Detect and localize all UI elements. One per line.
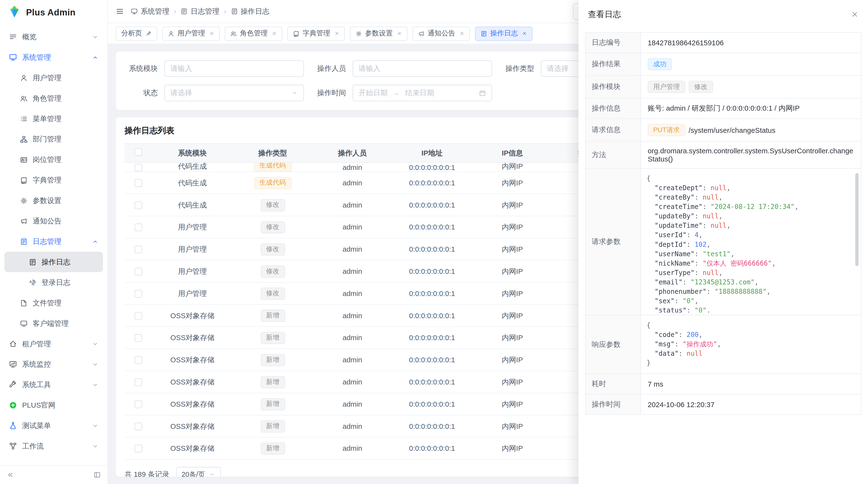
tab-param-settings[interactable]: 参数设置 xyxy=(350,26,407,41)
cell-ip-address: 0:0:0:0:0:0:0:1 xyxy=(409,245,455,253)
column-header: 系统模块 xyxy=(152,144,232,162)
chevron-up-icon xyxy=(92,54,99,61)
sidebar-item-operation-log[interactable]: 操作日志 xyxy=(4,252,103,272)
cell-ip-info: 内网IP xyxy=(502,355,523,365)
sidebar-item-dict-management[interactable]: 字典管理 xyxy=(4,170,103,190)
breadcrumb: 系统管理›日志管理›操作日志 xyxy=(131,6,270,16)
cell-operator: admin xyxy=(343,163,362,171)
sidebar-item-label: 概览 xyxy=(22,32,87,42)
filter-input-system-module[interactable]: 请输入 xyxy=(164,60,304,77)
row-checkbox[interactable] xyxy=(134,378,142,386)
log-icon xyxy=(181,8,188,15)
chevron-down-icon xyxy=(92,422,99,429)
filter-field-operation-time: 操作时间开始日期→结束日期 xyxy=(313,85,492,101)
row-checkbox[interactable] xyxy=(134,223,142,231)
request-url: /system/user/changeStatus xyxy=(689,126,775,134)
breadcrumb-item-system-management[interactable]: 系统管理 xyxy=(131,6,169,16)
cell-module: OSS对象存储 xyxy=(170,421,214,431)
row-checkbox[interactable] xyxy=(134,400,142,408)
row-checkbox[interactable] xyxy=(134,445,142,452)
app-logo[interactable]: Plus Admin xyxy=(0,0,107,26)
action-type-tag: 修改 xyxy=(260,243,285,255)
page-size-select[interactable]: 20条/页 xyxy=(176,467,221,477)
sidebar-item-dept-management[interactable]: 部门管理 xyxy=(4,129,103,150)
sidebar-item-log-management[interactable]: 日志管理 xyxy=(4,231,103,252)
row-checkbox[interactable] xyxy=(134,164,142,171)
sidebar-item-tenant-management[interactable]: 租户管理 xyxy=(4,333,103,354)
filter-daterange-operation-time[interactable]: 开始日期→结束日期 xyxy=(353,85,492,101)
row-checkbox[interactable] xyxy=(134,422,142,430)
close-tab-icon[interactable] xyxy=(397,31,402,36)
row-checkbox[interactable] xyxy=(134,201,142,209)
pin-sidebar-button[interactable] xyxy=(94,471,101,479)
sidebar-item-file-management[interactable]: 文件管理 xyxy=(4,293,103,313)
cell-operator: admin xyxy=(343,179,362,187)
field-label: 响应参数 xyxy=(586,315,641,374)
sidebar-item-label: PLUS官网 xyxy=(22,400,99,410)
tab-role-management[interactable]: 角色管理 xyxy=(224,26,282,41)
row-checkbox[interactable] xyxy=(134,356,142,364)
sidebar-item-plus-website[interactable]: PLUS官网 xyxy=(4,395,103,416)
tab-analysis[interactable]: 分析页 xyxy=(116,26,157,41)
filter-input-operator[interactable]: 请输入 xyxy=(353,60,492,77)
filter-label: 操作人员 xyxy=(313,64,346,73)
cell-ip-address: 0:0:0:0:0:0:0:1 xyxy=(409,400,455,408)
sidebar-item-client-management[interactable]: 客户端管理 xyxy=(4,313,103,333)
filter-select-status[interactable]: 请选择 xyxy=(164,85,304,101)
sidebar-item-login-log[interactable]: 登录日志 xyxy=(4,272,103,293)
close-icon[interactable] xyxy=(851,10,859,18)
cell-module: OSS对象存储 xyxy=(170,399,214,409)
close-tab-icon[interactable] xyxy=(522,31,527,36)
sidebar-item-role-management[interactable]: 角色管理 xyxy=(4,88,103,108)
filter-field-status: 状态请选择 xyxy=(125,85,304,101)
hamburger-menu-icon[interactable] xyxy=(116,7,124,15)
cell-operator: admin xyxy=(343,356,362,364)
code-block-response-params: { "code": 200, "msg": "操作成功", "data": nu… xyxy=(642,317,854,371)
filter-field-operator: 操作人员请输入 xyxy=(313,60,492,77)
sidebar-item-test-menu[interactable]: 测试菜单 xyxy=(4,415,103,436)
sidebar-item-system-monitor[interactable]: 系统监控 xyxy=(4,354,103,375)
tab-dict-management[interactable]: 字典管理 xyxy=(287,26,345,41)
sidebar-item-system-tools[interactable]: 系统工具 xyxy=(4,375,103,395)
column-header: 操作人员 xyxy=(313,144,392,162)
role-icon xyxy=(20,94,28,102)
file-icon xyxy=(20,299,28,306)
select-all-checkbox[interactable] xyxy=(134,148,142,156)
sidebar-item-system-management[interactable]: 系统管理 xyxy=(4,47,103,67)
close-tab-icon[interactable] xyxy=(459,31,464,36)
close-tab-icon[interactable] xyxy=(209,31,214,36)
close-tab-icon[interactable] xyxy=(272,31,277,36)
cell-ip-address: 0:0:0:0:0:0:0:1 xyxy=(409,378,455,386)
sidebar-item-user-management[interactable]: 用户管理 xyxy=(4,67,103,88)
breadcrumb-item-log-management[interactable]: 日志管理 xyxy=(181,6,219,16)
sidebar-item-workflow[interactable]: 工作流 xyxy=(4,436,103,456)
breadcrumb-item-operation-log[interactable]: 操作日志 xyxy=(231,6,270,16)
sidebar-item-param-settings[interactable]: 参数设置 xyxy=(4,190,103,211)
close-tab-icon[interactable] xyxy=(334,31,339,36)
operation-log-icon xyxy=(29,258,36,266)
row-checkbox[interactable] xyxy=(134,312,142,319)
row-checkbox[interactable] xyxy=(134,179,142,187)
field-label: 操作模块 xyxy=(586,76,641,98)
tab-label: 参数设置 xyxy=(365,29,393,38)
tab-notice[interactable]: 通知公告 xyxy=(412,26,470,41)
collapse-sidebar-button[interactable] xyxy=(7,471,14,479)
tab-operation-log[interactable]: 操作日志 xyxy=(475,26,532,41)
row-checkbox[interactable] xyxy=(134,267,142,275)
cell-ip-info: 内网IP xyxy=(502,399,523,409)
cell-module: OSS对象存储 xyxy=(170,443,214,453)
dept-icon xyxy=(20,135,28,143)
sidebar-item-overview[interactable]: 概览 xyxy=(4,27,103,47)
cell-ip-info: 内网IP xyxy=(502,443,523,453)
row-checkbox[interactable] xyxy=(134,334,142,342)
tab-user-management[interactable]: 用户管理 xyxy=(162,26,220,41)
cell-ip-info: 内网IP xyxy=(502,200,523,210)
row-checkbox[interactable] xyxy=(134,289,142,297)
sidebar-item-notice[interactable]: 通知公告 xyxy=(4,211,103,231)
overview-icon xyxy=(9,33,17,41)
scrollbar-thumb[interactable] xyxy=(855,173,859,266)
sidebar-item-post-management[interactable]: 岗位管理 xyxy=(4,150,103,170)
row-checkbox[interactable] xyxy=(134,246,142,253)
cell-ip-info: 内网IP xyxy=(502,222,523,232)
sidebar-item-menu-management[interactable]: 菜单管理 xyxy=(4,108,103,129)
